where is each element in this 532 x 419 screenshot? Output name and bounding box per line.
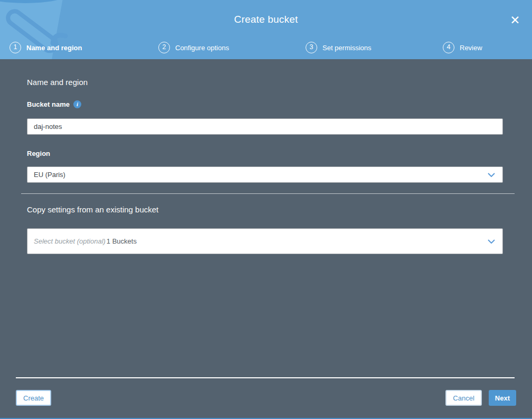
modal-header: Create bucket ✕ 1 Name and region 2 Conf… [0, 0, 532, 59]
chevron-down-icon [488, 173, 495, 177]
bucket-name-label: Bucket name i [27, 100, 81, 108]
step-review[interactable]: 4 Review [443, 41, 482, 54]
copy-settings-bucket-select[interactable]: Select bucket (optional) 1 Buckets [27, 228, 503, 254]
close-icon[interactable]: ✕ [507, 12, 524, 29]
step-4-label: Review [460, 44, 482, 52]
bucket-count-text: 1 Buckets [107, 237, 137, 245]
footer-actions: Cancel Next [445, 390, 516, 406]
step-1-label: Name and region [26, 44, 82, 52]
region-label: Region [27, 150, 50, 157]
create-button[interactable]: Create [16, 390, 51, 406]
section-divider [21, 193, 515, 194]
cancel-button[interactable]: Cancel [445, 390, 481, 406]
step-configure-options[interactable]: 2 Configure options [158, 41, 229, 54]
bucket-name-input[interactable] [27, 118, 503, 135]
step-3-label: Set permissions [322, 44, 371, 52]
region-label-text: Region [27, 150, 50, 157]
step-2-number: 2 [158, 42, 170, 53]
step-1-number: 1 [10, 42, 21, 53]
create-bucket-modal: Create bucket ✕ 1 Name and region 2 Conf… [0, 0, 532, 419]
step-4-number: 4 [443, 42, 454, 53]
next-button[interactable]: Next [489, 390, 516, 406]
section-heading-copy-settings: Copy settings from an existing bucket [27, 205, 158, 214]
chevron-down-icon [488, 239, 495, 244]
bucket-name-label-text: Bucket name [27, 100, 70, 108]
region-select[interactable]: EU (Paris) [27, 166, 503, 183]
step-name-and-region[interactable]: 1 Name and region [10, 41, 82, 54]
footer-divider [16, 377, 515, 378]
bucket-select-placeholder: Select bucket (optional) [34, 237, 106, 245]
info-icon[interactable]: i [73, 100, 81, 108]
region-selected-value: EU (Paris) [34, 171, 65, 179]
section-heading-name-region: Name and region [27, 78, 88, 87]
step-set-permissions[interactable]: 3 Set permissions [306, 41, 371, 54]
step-3-number: 3 [306, 42, 317, 53]
modal-title: Create bucket [0, 14, 532, 25]
step-2-label: Configure options [175, 44, 229, 52]
